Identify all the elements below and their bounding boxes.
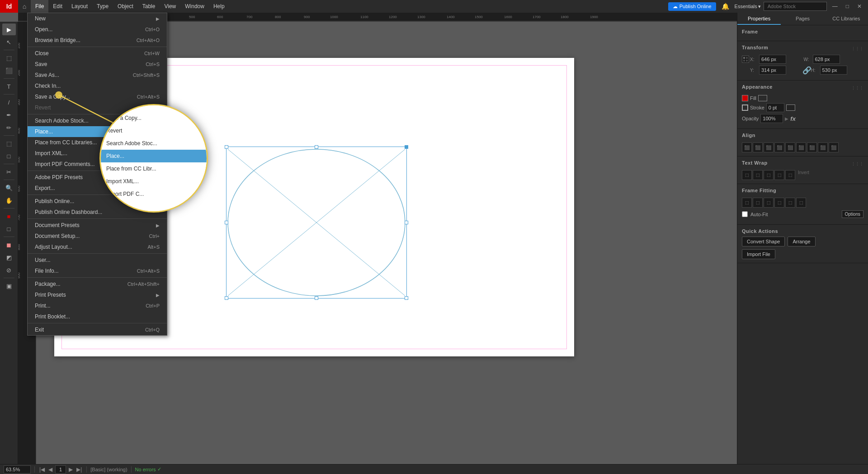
menu-object[interactable]: Object [113, 0, 138, 13]
search-input[interactable] [764, 2, 827, 11]
ff-btn-5[interactable]: ⬚ [785, 198, 795, 208]
page-number-input[interactable] [55, 465, 66, 474]
rectangle-frame-tool[interactable]: ⬚ [2, 137, 16, 149]
align-more[interactable]: ⬛ [829, 142, 839, 152]
fx-button[interactable]: fx [790, 115, 796, 122]
menu-new[interactable]: New ▶ [28, 13, 167, 24]
stroke-color[interactable]: □ [2, 223, 16, 235]
menu-edit[interactable]: Edit [48, 0, 67, 13]
menu-table[interactable]: Table [138, 0, 160, 13]
notification-icon[interactable]: 🔔 [719, 3, 732, 10]
handle-top-right[interactable] [405, 145, 408, 149]
publish-online-button[interactable]: ☁ Publish Online [668, 2, 716, 11]
arrange-button[interactable]: Arrange [788, 237, 815, 246]
page-tool[interactable]: ⬚ [2, 52, 16, 64]
selection-tool[interactable]: ▶ [2, 24, 16, 35]
tab-properties[interactable]: Properties [737, 13, 781, 25]
first-page-btn[interactable]: |◀ [38, 466, 46, 473]
align-center-h[interactable]: ⬛ [753, 142, 763, 152]
ff-btn-1[interactable]: ⬚ [742, 198, 752, 208]
close-button[interactable]: ✕ [854, 3, 864, 9]
align-left[interactable]: ⬛ [742, 142, 752, 152]
menu-close[interactable]: Close Ctrl+W [28, 48, 167, 59]
shape-selection-frame[interactable] [226, 147, 407, 299]
direct-selection-tool[interactable]: ↖ [2, 36, 16, 48]
transform-more[interactable]: ⋮⋮⋮ [851, 47, 863, 51]
menu-adjust-layout[interactable]: Adjust Layout... Alt+S [28, 242, 167, 252]
stroke-swatch[interactable] [786, 104, 795, 111]
home-icon[interactable]: ⌂ [18, 0, 31, 13]
stroke-icon[interactable] [742, 104, 748, 111]
wrap-jump[interactable]: ⬚ [774, 170, 784, 180]
menu-print[interactable]: Print... Ctrl+P [28, 300, 167, 311]
wrap-next[interactable]: ⬚ [785, 170, 795, 180]
menu-print-presets[interactable]: Print Presets ▶ [28, 289, 167, 300]
gap-tool[interactable]: ⬛ [2, 65, 16, 76]
menu-user[interactable]: User... [28, 255, 167, 265]
type-tool[interactable]: T [2, 81, 16, 92]
zoom-input[interactable] [4, 465, 31, 474]
ff-btn-3[interactable]: ⬚ [764, 198, 774, 208]
fill-icon[interactable] [742, 95, 748, 101]
pen-tool[interactable]: ✒ [2, 109, 16, 121]
handle-top-left[interactable] [225, 145, 228, 149]
menu-window[interactable]: Window [180, 0, 209, 13]
distribute-h[interactable]: ⬛ [807, 142, 817, 152]
apply-gradient[interactable]: ◩ [2, 251, 16, 263]
ff-btn-6[interactable]: ⬚ [796, 198, 806, 208]
menu-save-copy[interactable]: Save a Copy... Ctrl+Alt+S [28, 91, 167, 102]
menu-doc-setup[interactable]: Document Setup... Ctrl+ [28, 231, 167, 242]
menu-save-as[interactable]: Save As... Ctrl+Shift+S [28, 70, 167, 81]
minimize-button[interactable]: — [830, 3, 840, 9]
menu-print-booklet[interactable]: Print Booklet... [28, 311, 167, 322]
opacity-input[interactable] [760, 114, 783, 123]
menu-open[interactable]: Open... Ctrl+O [28, 24, 167, 35]
menu-layout[interactable]: Layout [67, 0, 92, 13]
mag-revert[interactable]: Revert [101, 124, 207, 137]
ff-btn-2[interactable]: ⬚ [753, 198, 763, 208]
menu-package[interactable]: Package... Ctrl+Alt+Shift+ [28, 279, 167, 289]
rectangle-tool[interactable]: □ [2, 150, 16, 162]
handle-top-center[interactable] [315, 145, 318, 149]
convert-shape-button[interactable]: Convert Shape [742, 237, 785, 246]
fill-swatch[interactable] [758, 95, 767, 101]
menu-file-info[interactable]: File Info... Ctrl+Alt+S [28, 265, 167, 276]
essentials-dropdown[interactable]: Essentials ▾ [735, 4, 761, 9]
maximize-button[interactable]: □ [843, 3, 852, 9]
chain-lock[interactable]: 🔗 [804, 66, 810, 75]
options-button[interactable]: Options [842, 210, 863, 218]
import-file-button[interactable]: Import File [742, 249, 775, 259]
zoom-tool[interactable]: 🔍 [2, 182, 16, 194]
mag-import-xml[interactable]: Import XML... [101, 175, 207, 188]
menu-exit[interactable]: Exit Ctrl+Q [28, 324, 167, 335]
ff-btn-4[interactable]: ⬚ [774, 198, 784, 208]
menu-file[interactable]: File [31, 0, 48, 13]
align-center-v[interactable]: ⬛ [785, 142, 795, 152]
tab-cc-libraries[interactable]: CC Libraries [825, 13, 868, 25]
appearance-more[interactable]: ⋮⋮⋮ [851, 86, 863, 90]
tab-pages[interactable]: Pages [781, 13, 824, 25]
apply-none[interactable]: ⊘ [2, 264, 16, 276]
prev-page-btn[interactable]: ◀ [47, 466, 53, 473]
view-mode[interactable]: ▣ [2, 280, 16, 292]
distribute-v[interactable]: ⬛ [818, 142, 828, 152]
transform-origin[interactable] [742, 56, 749, 63]
w-input[interactable] [813, 55, 840, 64]
handle-bottom-right[interactable] [405, 296, 408, 300]
menu-doc-presets[interactable]: Document Presets ▶ [28, 220, 167, 231]
menu-help[interactable]: Help [209, 0, 229, 13]
handle-middle-right[interactable] [405, 221, 408, 224]
handle-bottom-center[interactable] [315, 296, 318, 300]
wrap-bbox[interactable]: ⬚ [753, 170, 763, 180]
pencil-tool[interactable]: ✏ [2, 122, 16, 133]
scissors-tool[interactable]: ✂ [2, 166, 16, 178]
align-top[interactable]: ⬛ [774, 142, 784, 152]
last-page-btn[interactable]: ▶| [75, 466, 83, 473]
mag-search-stock[interactable]: Search Adobe Stoc... [101, 137, 207, 150]
apply-color[interactable]: ◼ [2, 239, 16, 251]
menu-type[interactable]: Type [92, 0, 113, 13]
opacity-arrow[interactable]: ▶ [785, 116, 788, 121]
align-right[interactable]: ⬛ [764, 142, 774, 152]
handle-bottom-left[interactable] [225, 296, 228, 300]
hand-tool[interactable]: ✋ [2, 194, 16, 206]
